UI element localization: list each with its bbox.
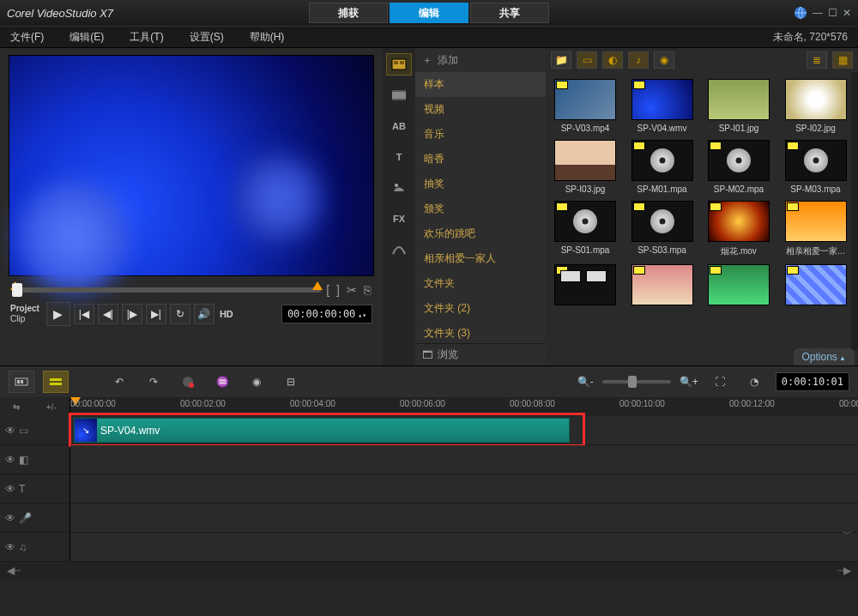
media-item[interactable]: 相亲相爱一家... bbox=[782, 201, 850, 257]
chapter-button[interactable]: ◉ bbox=[244, 371, 269, 393]
tab-capture[interactable]: 捕获 bbox=[309, 3, 388, 23]
redo-button[interactable]: ↷ bbox=[141, 371, 166, 393]
menu-settings[interactable]: 设置(S) bbox=[190, 30, 224, 45]
media-item[interactable] bbox=[551, 264, 619, 309]
add-folder-icon[interactable]: ＋ bbox=[422, 53, 432, 68]
preview-timecode[interactable]: 00:00:00:00▴▾ bbox=[281, 305, 372, 323]
folder-item[interactable]: 文件夹 bbox=[415, 271, 546, 296]
folder-item[interactable]: 抽奖 bbox=[415, 172, 546, 196]
undo-button[interactable]: ↶ bbox=[106, 371, 132, 393]
tab-share[interactable]: 共享 bbox=[470, 3, 549, 23]
volume-button[interactable]: 🔊 bbox=[194, 304, 214, 324]
mark-in-button[interactable]: [ bbox=[326, 283, 329, 297]
maximize-icon[interactable]: ☐ bbox=[828, 7, 837, 19]
track-options-icon[interactable]: +/- bbox=[46, 402, 57, 412]
music-lane[interactable] bbox=[70, 533, 858, 561]
folder-item[interactable]: 颁奖 bbox=[415, 196, 546, 221]
options-toggle[interactable]: Options bbox=[794, 348, 855, 365]
scrub-thumb[interactable] bbox=[12, 283, 22, 297]
folder-item[interactable]: 文件夹 (2) bbox=[415, 296, 546, 321]
track-visible-icon[interactable]: 👁 bbox=[5, 454, 15, 466]
minimize-icon[interactable]: — bbox=[813, 7, 823, 19]
go-end-button[interactable]: ▶| bbox=[146, 304, 166, 324]
sort-button[interactable]: ◉ bbox=[654, 51, 674, 69]
browse-icon[interactable]: 🗔 bbox=[422, 349, 432, 361]
collapse-down-icon[interactable]: ﹀ bbox=[841, 527, 855, 541]
prev-frame-button[interactable]: ◀| bbox=[98, 304, 118, 324]
snapshot-button[interactable]: ⎘ bbox=[364, 283, 371, 297]
zoom-out-button[interactable]: 🔍- bbox=[577, 376, 594, 388]
record-button[interactable] bbox=[175, 371, 201, 393]
media-item[interactable]: SP-M03.mpa bbox=[782, 140, 850, 194]
timeline-view-button[interactable] bbox=[43, 371, 69, 393]
close-icon[interactable]: ✕ bbox=[843, 7, 851, 19]
media-item[interactable]: SP-I02.jpg bbox=[782, 79, 850, 133]
track-visible-icon[interactable]: 👁 bbox=[5, 483, 15, 495]
libtab-transition[interactable]: AB bbox=[386, 115, 412, 137]
timeline-clip[interactable]: ↘ SP-V04.wmv bbox=[74, 418, 570, 443]
media-item[interactable]: SP-M01.mpa bbox=[628, 140, 697, 194]
title-lane[interactable] bbox=[70, 474, 858, 503]
import-button[interactable]: 📁 bbox=[551, 51, 571, 69]
zoom-slider[interactable] bbox=[602, 380, 671, 383]
mixer-button[interactable]: ♒ bbox=[209, 371, 235, 393]
folder-item[interactable]: 相亲相爱一家人 bbox=[415, 246, 546, 271]
add-folder-label[interactable]: 添加 bbox=[438, 53, 458, 68]
libtab-instant[interactable] bbox=[386, 84, 412, 106]
time-ruler[interactable]: 00:00:00:0000:00:02:0000:00:04:0000:00:0… bbox=[70, 397, 858, 416]
media-item[interactable] bbox=[782, 264, 850, 309]
libtab-path[interactable] bbox=[386, 239, 412, 261]
media-item[interactable]: SP-S01.mpa bbox=[551, 201, 619, 257]
go-start-button[interactable]: |◀ bbox=[74, 304, 94, 324]
media-scrollbar[interactable] bbox=[851, 72, 858, 350]
media-item[interactable]: SP-S03.mpa bbox=[628, 201, 697, 257]
overlay-lane[interactable] bbox=[70, 445, 858, 474]
show-photo-button[interactable]: ◐ bbox=[602, 51, 623, 69]
tab-edit[interactable]: 编辑 bbox=[390, 3, 468, 23]
timeline-timecode[interactable]: 0:00:10:01 bbox=[776, 372, 849, 391]
folder-item[interactable]: 音乐 bbox=[415, 122, 546, 147]
toggle-tracks-icon[interactable]: ⇆ bbox=[13, 402, 20, 412]
zoom-in-button[interactable]: 🔍+ bbox=[680, 376, 698, 388]
view-list-button[interactable]: ≣ bbox=[807, 51, 827, 69]
track-visible-icon[interactable]: 👁 bbox=[5, 512, 15, 524]
libtab-media[interactable] bbox=[386, 53, 412, 75]
media-item[interactable]: SP-V03.mp4 bbox=[551, 79, 619, 133]
folder-item[interactable]: 欢乐的跳吧 bbox=[415, 221, 546, 246]
mode-project[interactable]: Project bbox=[10, 304, 39, 314]
media-item[interactable]: SP-V04.wmv bbox=[628, 79, 697, 133]
scrub-track[interactable] bbox=[12, 287, 321, 293]
show-audio-button[interactable]: ♪ bbox=[628, 51, 649, 69]
media-item[interactable] bbox=[628, 264, 697, 309]
scroll-right-icon[interactable]: ┄▶ bbox=[837, 565, 851, 577]
folder-item[interactable]: 文件夹 (3) bbox=[415, 321, 546, 343]
storyboard-view-button[interactable] bbox=[9, 371, 34, 393]
repeat-button[interactable]: ↻ bbox=[170, 304, 190, 324]
libtab-graphic[interactable] bbox=[386, 177, 412, 199]
menu-file[interactable]: 文件(F) bbox=[10, 30, 44, 45]
mark-out-icon[interactable] bbox=[312, 281, 323, 290]
media-item[interactable]: SP-I03.jpg bbox=[551, 140, 619, 194]
folder-item[interactable]: 视频 bbox=[415, 97, 546, 122]
view-thumb-button[interactable]: ▦ bbox=[832, 51, 853, 69]
media-item[interactable] bbox=[704, 264, 773, 309]
folder-item[interactable]: 样本 bbox=[415, 72, 546, 97]
libtab-title[interactable]: T bbox=[386, 146, 412, 168]
fit-project-button[interactable]: ⛶ bbox=[707, 371, 733, 393]
play-button[interactable]: ▶ bbox=[46, 302, 70, 326]
preview-screen[interactable] bbox=[9, 55, 374, 276]
track-visible-icon[interactable]: 👁 bbox=[5, 541, 15, 553]
voice-lane[interactable] bbox=[70, 504, 858, 532]
hd-toggle[interactable]: HD bbox=[220, 309, 233, 319]
libtab-filter[interactable]: FX bbox=[386, 208, 412, 230]
track-visible-icon[interactable]: 👁 bbox=[5, 425, 15, 437]
folder-item[interactable]: 暗香 bbox=[415, 147, 546, 172]
menu-help[interactable]: 帮助(H) bbox=[250, 30, 285, 45]
menu-edit[interactable]: 编辑(E) bbox=[69, 30, 104, 45]
scroll-left-icon[interactable]: ◀┄ bbox=[7, 565, 21, 577]
mark-out-button[interactable]: ] bbox=[336, 283, 340, 297]
cut-button[interactable]: ✂ bbox=[347, 283, 357, 297]
media-item[interactable]: SP-I01.jpg bbox=[704, 79, 773, 133]
menu-tools[interactable]: 工具(T) bbox=[130, 30, 163, 45]
show-video-button[interactable]: ▭ bbox=[577, 51, 597, 69]
